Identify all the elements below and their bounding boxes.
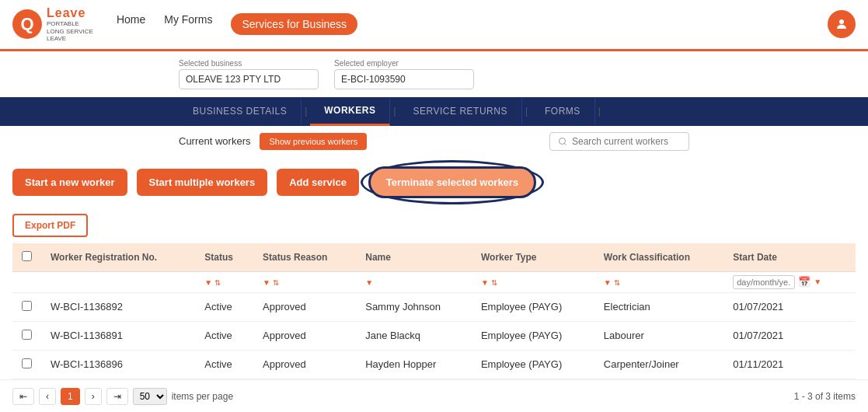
page-1-button[interactable]: 1: [61, 388, 80, 405]
nav-my-forms[interactable]: My Forms: [164, 13, 212, 35]
worker-type-3: Employee (PAYG): [472, 350, 594, 379]
status-reason-filter-icon[interactable]: ▼ ⇅: [263, 278, 279, 287]
start-date-1: 01/07/2021: [723, 292, 856, 321]
table-wrapper: Worker Registration No. Status Status Re…: [0, 243, 868, 379]
export-pdf-button[interactable]: Export PDF: [12, 214, 88, 237]
status-3: Active: [195, 350, 253, 379]
prev-page-button[interactable]: ‹: [39, 388, 56, 405]
calendar-icon[interactable]: 📅: [798, 276, 810, 288]
date-filter: 📅 ▼: [733, 275, 846, 289]
classification-filter-icon[interactable]: ▼ ⇅: [604, 278, 620, 287]
table-row: W-BCI-1136892 Active Approved Sammy John…: [12, 292, 856, 321]
row-checkbox-2[interactable]: [22, 330, 32, 340]
employer-select[interactable]: E-BCI-1093590: [334, 69, 474, 89]
name-filter-icon[interactable]: ▼: [365, 278, 373, 287]
col-name: Name: [356, 243, 472, 272]
status-1: Active: [195, 292, 253, 321]
status-reason-2: Approved: [253, 321, 356, 350]
export-row: Export PDF: [0, 208, 868, 243]
svg-point-0: [839, 19, 844, 24]
col-classification: Work Classification: [594, 243, 723, 272]
nav-services[interactable]: Services for Business: [231, 13, 357, 35]
classification-2: Labourer: [594, 321, 723, 350]
pagination: ⇤ ‹ 1 › ⇥ 50 items per page 1 - 3 of 3 i…: [0, 379, 868, 412]
svg-line-2: [564, 143, 566, 145]
col-status-reason: Status Reason: [253, 243, 356, 272]
next-page-button[interactable]: ›: [85, 388, 102, 405]
select-all-header[interactable]: [12, 243, 41, 272]
show-previous-workers-button[interactable]: Show previous workers: [260, 133, 367, 150]
current-workers-label: Current workers: [179, 135, 250, 147]
name-3: Hayden Hopper: [356, 350, 472, 379]
table-header-row: Worker Registration No. Status Status Re…: [12, 243, 856, 272]
employer-selector-group: Selected employer E-BCI-1093590: [334, 59, 474, 89]
selectors-bar: Selected business OLEAVE 123 PTY LTD Sel…: [0, 51, 868, 97]
col-start-date: Start Date: [723, 243, 856, 272]
terminate-wrapper: Terminate selected workers: [368, 166, 536, 198]
svg-point-1: [559, 138, 566, 144]
terminate-selected-workers-button[interactable]: Terminate selected workers: [368, 166, 536, 198]
start-date-3: 01/11/2021: [723, 350, 856, 379]
business-label: Selected business: [179, 59, 319, 68]
worker-type-filter-icon[interactable]: ▼ ⇅: [481, 278, 497, 287]
workers-bar: Current workers Show previous workers: [0, 126, 868, 157]
date-filter-icon[interactable]: ▼: [814, 278, 821, 286]
filter-row: ▼ ⇅ ▼ ⇅ ▼ ▼ ⇅ ▼ ⇅ 📅 ▼: [12, 271, 856, 292]
employer-label: Selected employer: [334, 59, 474, 68]
name-1: Sammy Johnson: [356, 292, 472, 321]
select-all-checkbox[interactable]: [22, 251, 32, 261]
search-box[interactable]: [549, 132, 689, 151]
tab-forms[interactable]: FORMS: [531, 98, 595, 124]
reg-no-2: W-BCI-1136891: [41, 321, 195, 350]
status-2: Active: [195, 321, 253, 350]
start-multiple-workers-button[interactable]: Start multiple workers: [137, 169, 268, 196]
logo-brand: Leave: [47, 6, 93, 20]
worker-type-2: Employee (PAYG): [472, 321, 594, 350]
user-avatar[interactable]: [828, 10, 856, 38]
tabs-bar: BUSINESS DETAILS | WORKERS | SERVICE RET…: [0, 97, 868, 126]
per-page-select[interactable]: 50: [133, 388, 167, 405]
logo-q-icon: Q: [12, 9, 42, 39]
classification-1: Electrician: [594, 292, 723, 321]
status-reason-1: Approved: [253, 292, 356, 321]
business-select[interactable]: OLEAVE 123 PTY LTD: [179, 69, 319, 89]
status-filter-icon[interactable]: ▼ ⇅: [204, 278, 221, 287]
col-status: Status: [195, 243, 253, 272]
table-row: W-BCI-1136891 Active Approved Jane Black…: [12, 321, 856, 350]
reg-no-1: W-BCI-1136892: [41, 292, 195, 321]
logo-text: Leave PORTABLE LONG SERVICE LEAVE: [47, 6, 93, 43]
col-worker-type: Worker Type: [472, 243, 594, 272]
search-input[interactable]: [572, 136, 681, 147]
workers-table: Worker Registration No. Status Status Re…: [12, 243, 856, 379]
add-service-button[interactable]: Add service: [277, 169, 359, 196]
start-new-worker-button[interactable]: Start a new worker: [12, 169, 127, 196]
tab-workers[interactable]: WORKERS: [310, 97, 390, 126]
workers-bar-left: Current workers Show previous workers: [179, 133, 367, 150]
name-2: Jane Blackq: [356, 321, 472, 350]
last-page-button[interactable]: ⇥: [106, 388, 128, 405]
header: Q Leave PORTABLE LONG SERVICE LEAVE Home…: [0, 0, 868, 51]
nav-home[interactable]: Home: [117, 13, 145, 35]
tab-business-details[interactable]: BUSINESS DETAILS: [179, 98, 302, 124]
date-filter-input[interactable]: [733, 275, 795, 289]
status-reason-3: Approved: [253, 350, 356, 379]
logo: Q Leave PORTABLE LONG SERVICE LEAVE: [12, 6, 93, 43]
row-checkbox-1[interactable]: [22, 301, 32, 311]
worker-type-1: Employee (PAYG): [472, 292, 594, 321]
items-per-page-label: items per page: [172, 391, 233, 402]
pagination-total: 1 - 3 of 3 items: [794, 391, 856, 402]
table-row: W-BCI-1136896 Active Approved Hayden Hop…: [12, 350, 856, 379]
nav: Home My Forms Services for Business: [117, 13, 828, 35]
pagination-left: ⇤ ‹ 1 › ⇥ 50 items per page: [12, 388, 233, 405]
col-reg-no: Worker Registration No.: [41, 243, 195, 272]
actions-row: Start a new worker Start multiple worker…: [0, 157, 868, 208]
row-checkbox-3[interactable]: [22, 358, 32, 368]
logo-sub: PORTABLE LONG SERVICE LEAVE: [47, 20, 93, 43]
business-selector-group: Selected business OLEAVE 123 PTY LTD: [179, 59, 319, 89]
reg-no-3: W-BCI-1136896: [41, 350, 195, 379]
first-page-button[interactable]: ⇤: [12, 388, 34, 405]
tab-service-returns[interactable]: SERVICE RETURNS: [399, 98, 522, 124]
classification-3: Carpenter/Joiner: [594, 350, 723, 379]
start-date-2: 01/07/2021: [723, 321, 856, 350]
